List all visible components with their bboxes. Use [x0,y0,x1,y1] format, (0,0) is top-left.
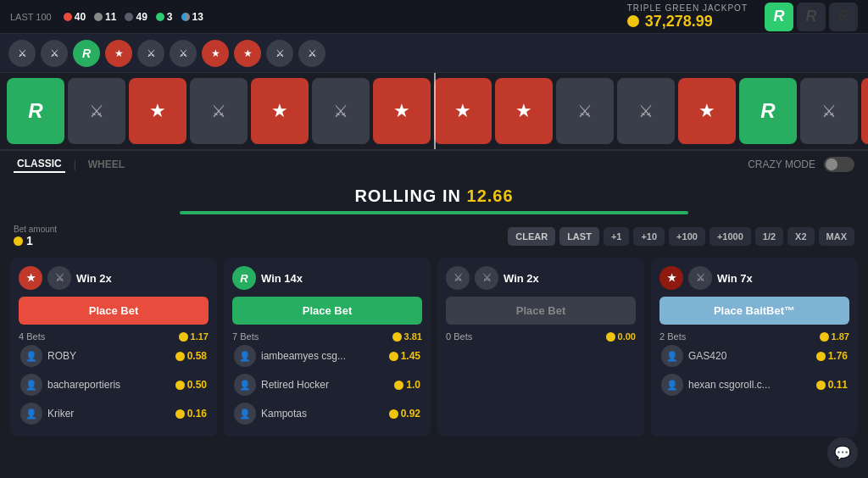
reel-star-icon: ★ [271,100,288,122]
mode-r-inactive2[interactable]: R [829,3,858,31]
mode-icons: R R R [765,3,858,31]
hist-item-5: ⚔ [170,40,197,67]
player-amount-value: 1.76 [828,350,848,362]
player-coin-icon [389,409,398,419]
btn-last[interactable]: LAST [559,227,599,246]
history-row: ⚔ ⚔ R ★ ⚔ ⚔ ★ ★ ⚔ ⚔ [0,34,868,73]
btn-max[interactable]: MAX [819,227,854,246]
panel-coin-icon [179,332,188,342]
panel-win-label: Win 7x [717,272,753,285]
player-entry: 👤 GAS420 1.76 [659,342,849,370]
hist-item-1: ⚔ [41,40,68,67]
player-entry: 👤 Retired Hocker 1.0 [232,370,422,399]
reel-sword-icon: ⚔ [89,101,104,121]
player-amount-value: 0.58 [187,350,207,362]
stat-green: 3 [156,11,173,23]
toggle-knob [826,158,837,170]
reel-sword-icon: ⚔ [333,101,348,121]
place-bet-button-0[interactable]: Place Bet [19,297,209,325]
hist-item-0: ⚔ [8,40,36,67]
reel-item-5: ⚔ [312,78,370,144]
dot-gray2-icon [125,13,133,21]
tab-classic[interactable]: CLASSIC [14,156,65,173]
reel-item-11: ★ [678,78,736,144]
place-bet-button-1[interactable]: Place Bet [232,297,422,325]
player-avatar: 👤 [661,345,683,367]
panel-bets-count: 0 Bets [446,331,472,342]
stat-gray2-count: 49 [136,11,147,23]
reel-center-line [434,73,436,149]
btn-x2[interactable]: X2 [787,227,814,246]
jackpot-amount: 37,278.99 [645,13,713,31]
bet-amount-label: Bet amount [14,225,57,234]
btn-plus100[interactable]: +100 [669,227,705,246]
jackpot-section: TRIPLE GREEN JACKPOT 37,278.99 [627,3,748,31]
panel-icon-gray3: ⚔ [688,266,712,290]
tab-wheel[interactable]: WHEEL [85,157,128,172]
player-coin-icon [816,381,826,390]
player-coin-icon [175,381,185,390]
panel-amount-value: 3.81 [404,331,422,342]
panel-bets-count: 2 Bets [659,331,686,342]
chat-button[interactable]: 💬 [827,437,858,468]
player-amount: 0.50 [175,379,207,391]
player-amount-value: 0.16 [187,408,207,420]
btn-clear[interactable]: CLEAR [508,227,555,246]
player-avatar: 👤 [20,374,42,396]
btn-half[interactable]: 1/2 [755,227,783,246]
stat-gray2: 49 [125,11,147,23]
panel-header: ★ ⚔ Win 7x [659,266,849,290]
rolling-text: ROLLING IN 12.66 [0,186,868,206]
panel-players-3: 👤 GAS420 1.76 👤 hexan csgoroll.c... 0.11 [659,342,849,399]
rolling-bar [180,211,688,214]
player-name: ROBY [47,350,170,362]
panel-total-amount: 0.00 [606,331,636,342]
reel-star-icon: ★ [698,100,715,122]
bet-panel-2: ⚔ ⚔ Win 2x Place Bet 0 Bets 0.00 [437,258,644,436]
hist-item-3: ★ [105,40,132,67]
reel-container: R⚔★⚔★⚔★★★⚔⚔★R⚔★ [0,73,868,151]
player-name: Kriker [47,408,170,420]
reel-item-3: ⚔ [190,78,248,144]
crazy-mode-toggle[interactable] [824,157,854,172]
bet-amount-section: Bet amount 1 [14,225,57,247]
btn-plus1[interactable]: +1 [604,227,630,246]
player-amount: 0.16 [175,408,207,420]
top-bar: LAST 100 40 11 49 3 13 TRIPLE GREEN JACK… [0,0,868,34]
btn-plus10[interactable]: +10 [633,227,665,246]
panel-header: R Win 14x [232,266,422,290]
player-amount-value: 0.11 [828,379,848,391]
panel-icon-gray: ⚔ [47,266,71,290]
player-coin-icon [175,409,185,419]
r-logo-inactive2: R [838,8,849,25]
player-amount-value: 0.50 [187,379,207,391]
mode-r-inactive1[interactable]: R [797,3,826,31]
bet-controls: Bet amount 1 CLEAR LAST +1 +10 +100 +100… [0,220,868,253]
player-amount: 0.58 [175,350,207,362]
panel-stats: 2 Bets 1.87 [659,331,849,342]
btn-plus1000[interactable]: +1000 [709,227,751,246]
r-logo-active: R [774,8,785,25]
reel-item-0: R [7,78,64,144]
panel-win-label: Win 2x [504,272,539,285]
panel-stats: 7 Bets 3.81 [232,331,422,342]
hist-item-9: ⚔ [298,40,326,67]
place-bet-button-3[interactable]: Place BaitBet™ [659,297,849,325]
crazy-mode-label: CRAZY MODE [748,158,815,170]
bet-panel-0: ★ ⚔ Win 2x Place Bet 4 Bets 1.17 👤 ROBY … [10,258,217,436]
hist-item-7: ★ [234,40,261,67]
dot-green-icon [156,13,164,21]
stat-red: 40 [64,11,86,23]
place-bet-button-2[interactable]: Place Bet [446,297,636,325]
dot-red-icon [64,13,72,21]
player-coin-icon [175,352,185,361]
mode-r-active[interactable]: R [765,3,793,31]
player-name: hexan csgoroll.c... [688,379,811,391]
stat-half: 13 [181,11,203,23]
player-amount: 1.45 [389,350,420,362]
player-avatar: 👤 [234,345,256,367]
panel-icon-gray2: ⚔ [475,266,498,290]
player-name: Retired Hocker [261,379,389,391]
reel-sword-icon: ⚔ [821,101,837,121]
panel-header: ★ ⚔ Win 2x [19,266,209,290]
